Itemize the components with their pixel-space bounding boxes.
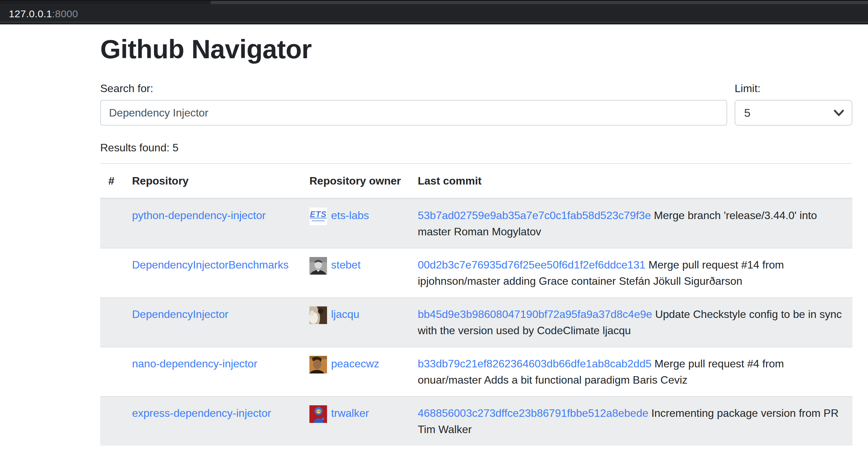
limit-select-value: 5 bbox=[744, 106, 751, 120]
owner-avatar bbox=[309, 405, 327, 423]
owner-avatar bbox=[309, 257, 327, 275]
commit-sha-link[interactable]: 53b7ad02759e9ab35a7e7c0c1fab58d523c79f3e bbox=[418, 209, 651, 221]
repository-link[interactable]: nano-dependency-injector bbox=[132, 358, 257, 370]
repository-cell: nano-dependency-injector bbox=[124, 347, 301, 396]
owner-cell: stebet bbox=[301, 248, 410, 298]
last-commit-cell: 53b7ad02759e9ab35a7e7c0c1fab58d523c79f3e… bbox=[410, 198, 852, 248]
owner-link[interactable]: peacecwz bbox=[331, 358, 379, 370]
owner-cell: ETSets-labs bbox=[301, 198, 410, 248]
column-header-last-commit: Last commit bbox=[410, 164, 852, 198]
owner-avatar bbox=[309, 356, 327, 373]
row-index-cell bbox=[100, 198, 124, 248]
repository-cell: DependencyInjectorBenchmarks bbox=[124, 248, 301, 298]
owner-link[interactable]: trwalker bbox=[331, 407, 369, 419]
address-bar-port: :8000 bbox=[52, 8, 78, 19]
row-index-cell bbox=[100, 396, 124, 446]
results-table-header: # Repository Repository owner Last commi… bbox=[100, 164, 852, 198]
browser-active-tab[interactable] bbox=[0, 1, 211, 4]
limit-select[interactable]: 5 bbox=[735, 100, 852, 126]
column-header-owner: Repository owner bbox=[301, 164, 410, 198]
repository-link[interactable]: express-dependency-injector bbox=[132, 407, 271, 419]
table-row: python-dependency-injector ETSets-labs 5… bbox=[100, 198, 852, 248]
commit-sha-link[interactable]: b33db79c21ef8262364603db66dfe1ab8cab2dd5 bbox=[418, 358, 651, 370]
table-row: DependencyInjector ljacqu bb45d9e3b98608… bbox=[100, 298, 852, 347]
address-bar-host: 127.0.0.1 bbox=[9, 8, 52, 19]
owner-link[interactable]: ets-labs bbox=[331, 209, 369, 221]
last-commit-cell: 00d2b3c7e76935d76f25ee50f6d1f2ef6ddce131… bbox=[410, 248, 852, 298]
owner-cell: ljacqu bbox=[301, 298, 410, 347]
browser-chrome: 127.0.0.1:8000 bbox=[0, 0, 868, 24]
repository-cell: express-dependency-injector bbox=[124, 396, 301, 446]
commit-sha-link[interactable]: bb45d9e3b98608047190bf72a95fa9a37d8c4e9e bbox=[418, 308, 652, 320]
repository-cell: DependencyInjector bbox=[124, 298, 301, 347]
page-title: Github Navigator bbox=[100, 33, 852, 65]
last-commit-cell: 468856003c273dffce23b86791fbbe512a8ebede… bbox=[410, 396, 852, 446]
repository-link[interactable]: python-dependency-injector bbox=[132, 209, 266, 221]
last-commit-cell: bb45d9e3b98608047190bf72a95fa9a37d8c4e9e… bbox=[410, 298, 852, 347]
owner-avatar bbox=[309, 306, 327, 324]
row-index-cell bbox=[100, 347, 124, 396]
search-label: Search for: bbox=[100, 82, 727, 95]
commit-sha-link[interactable]: 00d2b3c7e76935d76f25ee50f6d1f2ef6ddce131 bbox=[418, 259, 646, 271]
owner-cell: peacecwz bbox=[301, 347, 410, 396]
last-commit-cell: b33db79c21ef8262364603db66dfe1ab8cab2dd5… bbox=[410, 347, 852, 396]
row-index-cell bbox=[100, 248, 124, 298]
search-form: Search for: Limit: 5 bbox=[100, 82, 852, 126]
repository-link[interactable]: DependencyInjectorBenchmarks bbox=[132, 259, 288, 271]
column-header-index: # bbox=[100, 164, 124, 198]
repository-cell: python-dependency-injector bbox=[124, 198, 301, 248]
owner-avatar: ETS bbox=[309, 208, 327, 225]
toolbar-bottom-edge bbox=[0, 21, 868, 23]
search-input[interactable] bbox=[100, 100, 727, 126]
main-content: Github Navigator Search for: Limit: 5 Re… bbox=[100, 33, 852, 446]
search-field-group: Search for: bbox=[100, 82, 727, 126]
commit-sha-link[interactable]: 468856003c273dffce23b86791fbbe512a8ebede bbox=[418, 407, 648, 419]
table-row: express-dependency-injector trwalker 468… bbox=[100, 396, 852, 446]
results-table-body: python-dependency-injector ETSets-labs 5… bbox=[100, 198, 852, 446]
results-table: # Repository Repository owner Last commi… bbox=[100, 163, 852, 446]
table-row: DependencyInjectorBenchmarks stebet 00d2… bbox=[100, 248, 852, 298]
results-summary: Results found: 5 bbox=[100, 141, 852, 154]
table-row: nano-dependency-injector peacecwz b33db7… bbox=[100, 347, 852, 396]
owner-link[interactable]: stebet bbox=[331, 259, 361, 271]
row-index-cell bbox=[100, 298, 124, 347]
address-bar[interactable]: 127.0.0.1:8000 bbox=[9, 8, 78, 20]
owner-cell: trwalker bbox=[301, 396, 410, 446]
limit-label: Limit: bbox=[735, 82, 852, 95]
repository-link[interactable]: DependencyInjector bbox=[132, 308, 229, 320]
owner-link[interactable]: ljacqu bbox=[331, 308, 360, 320]
column-header-repository: Repository bbox=[124, 164, 301, 198]
limit-field-group: Limit: 5 bbox=[735, 82, 852, 126]
chevron-down-icon bbox=[833, 110, 844, 116]
